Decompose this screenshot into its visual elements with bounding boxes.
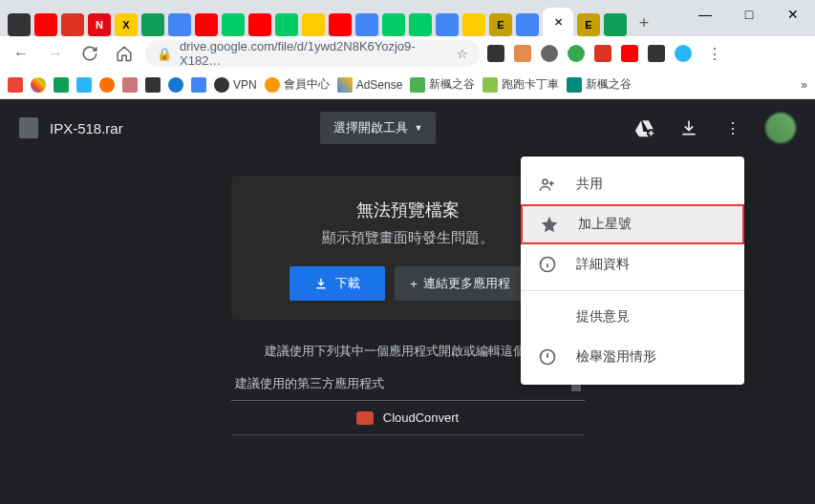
tab[interactable] bbox=[34, 13, 57, 36]
preview-title: 無法預覽檔案 bbox=[250, 199, 566, 221]
extension-icon[interactable] bbox=[487, 45, 504, 62]
nav-back[interactable]: ← bbox=[8, 40, 34, 67]
url-box[interactable]: 🔒 drive.google.com/file/d/1ywd2N8K6Yozjo… bbox=[145, 40, 480, 67]
tab[interactable]: E bbox=[489, 13, 512, 36]
more-actions-menu: 共用 加上星號 詳細資料 提供意見 檢舉濫用情形 bbox=[521, 157, 744, 385]
nav-reload[interactable] bbox=[76, 40, 103, 67]
window-maximize[interactable]: □ bbox=[727, 0, 771, 29]
bookmark[interactable] bbox=[8, 77, 23, 93]
download-file-button[interactable]: 下載 bbox=[290, 266, 385, 301]
browser-menu[interactable]: ⋮ bbox=[701, 40, 728, 67]
connect-more-apps-button[interactable]: + 連結更多應用程 bbox=[395, 266, 525, 301]
menu-feedback[interactable]: 提供意見 bbox=[521, 297, 744, 337]
bookmark[interactable] bbox=[145, 77, 161, 93]
bookmark[interactable]: 跑跑卡丁車 bbox=[483, 76, 559, 93]
bookmark[interactable]: 會員中心 bbox=[265, 76, 330, 93]
tab[interactable] bbox=[302, 13, 325, 36]
drive-viewer: IPX-518.rar 選擇開啟工具 ▼ ⋮ 無法預覽檔案 顯示預覽畫面時發生問… bbox=[0, 99, 815, 504]
menu-divider bbox=[521, 290, 744, 291]
bookmark[interactable]: 新楓之谷 bbox=[567, 76, 632, 93]
menu-share[interactable]: 共用 bbox=[521, 164, 744, 204]
tab[interactable] bbox=[61, 13, 84, 36]
star-icon bbox=[538, 213, 561, 236]
extension-icon[interactable] bbox=[541, 45, 558, 62]
plus-icon: + bbox=[410, 277, 418, 291]
window-minimize[interactable]: — bbox=[683, 0, 727, 29]
tab[interactable] bbox=[462, 13, 485, 36]
bookmark[interactable]: VPN bbox=[214, 77, 257, 93]
tab-active[interactable]: ✕ bbox=[543, 8, 573, 36]
open-with-button[interactable]: 選擇開啟工具 ▼ bbox=[320, 112, 436, 144]
download-button[interactable] bbox=[677, 116, 700, 139]
bookmarks-bar: VPN 會員中心 AdSense 新楓之谷 跑跑卡丁車 新楓之谷 » bbox=[0, 71, 815, 99]
url-text: drive.google.com/file/d/1ywd2N8K6Yozjo9-… bbox=[180, 39, 449, 68]
tab[interactable] bbox=[195, 13, 218, 36]
tab[interactable] bbox=[248, 13, 271, 36]
tab[interactable] bbox=[8, 13, 31, 36]
star-icon[interactable]: ☆ bbox=[457, 47, 468, 61]
nav-forward[interactable]: → bbox=[42, 40, 69, 67]
menu-add-star[interactable]: 加上星號 bbox=[521, 204, 744, 244]
warning-icon bbox=[536, 346, 559, 368]
blank-icon bbox=[536, 305, 559, 328]
info-icon bbox=[536, 253, 559, 276]
tab[interactable] bbox=[516, 13, 539, 36]
bookmark[interactable] bbox=[31, 77, 46, 93]
tab[interactable]: X bbox=[115, 13, 138, 36]
menu-details[interactable]: 詳細資料 bbox=[521, 244, 744, 284]
extension-icon[interactable] bbox=[675, 45, 692, 62]
window-close[interactable]: ✕ bbox=[771, 0, 815, 29]
extension-icon[interactable] bbox=[594, 45, 611, 62]
tab[interactable]: E bbox=[577, 13, 600, 36]
tab[interactable] bbox=[222, 13, 245, 36]
add-to-drive-button[interactable] bbox=[633, 116, 656, 139]
tab[interactable] bbox=[436, 13, 459, 36]
tab[interactable] bbox=[409, 13, 432, 36]
new-tab-button[interactable]: + bbox=[631, 10, 657, 36]
bookmark[interactable] bbox=[191, 77, 206, 93]
nav-home[interactable] bbox=[111, 40, 138, 67]
tab[interactable] bbox=[604, 13, 627, 36]
filename: IPX-518.rar bbox=[50, 120, 123, 136]
extension-icon[interactable] bbox=[514, 45, 531, 62]
extension-icon[interactable] bbox=[648, 45, 665, 62]
svg-point-1 bbox=[543, 179, 547, 184]
cloudconvert-icon bbox=[356, 411, 374, 425]
tab[interactable] bbox=[141, 13, 164, 36]
file-icon bbox=[19, 117, 38, 138]
bookmark[interactable] bbox=[54, 77, 69, 93]
bookmark[interactable]: AdSense bbox=[337, 77, 403, 93]
tab[interactable]: N bbox=[88, 13, 111, 36]
tab[interactable] bbox=[329, 13, 352, 36]
avatar[interactable] bbox=[765, 113, 796, 143]
suggest-header: 建議使用的第三方應用程式 bbox=[235, 375, 384, 392]
extension-icon[interactable] bbox=[568, 45, 585, 62]
bookmark[interactable] bbox=[168, 77, 183, 93]
tab[interactable] bbox=[168, 13, 191, 36]
bookmark[interactable] bbox=[76, 77, 92, 93]
address-bar: ← → 🔒 drive.google.com/file/d/1ywd2N8K6Y… bbox=[0, 36, 815, 71]
suggested-app-cloudconvert[interactable]: CloudConvert bbox=[231, 401, 585, 435]
share-icon bbox=[536, 173, 559, 196]
tab[interactable] bbox=[355, 13, 378, 36]
extension-icon[interactable] bbox=[621, 45, 638, 62]
more-actions-button[interactable]: ⋮ bbox=[721, 116, 744, 139]
tab[interactable] bbox=[275, 13, 298, 36]
bookmark[interactable] bbox=[99, 77, 115, 93]
close-icon[interactable]: ✕ bbox=[554, 16, 563, 29]
preview-subtitle: 顯示預覽畫面時發生問題。 bbox=[250, 229, 566, 247]
bookmark[interactable] bbox=[122, 77, 138, 93]
tab[interactable] bbox=[382, 13, 405, 36]
bookmarks-overflow[interactable]: » bbox=[801, 78, 807, 92]
caret-down-icon: ▼ bbox=[414, 123, 422, 133]
bookmark[interactable]: 新楓之谷 bbox=[410, 76, 475, 93]
lock-icon: 🔒 bbox=[157, 47, 172, 61]
menu-report-abuse[interactable]: 檢舉濫用情形 bbox=[521, 337, 744, 377]
